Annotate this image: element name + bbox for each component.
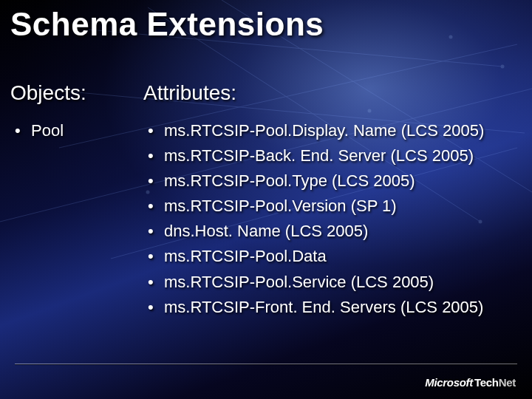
list-item: ms.RTCSIP-Pool.Version (SP 1) xyxy=(143,194,517,219)
attributes-heading: Attributes: xyxy=(143,81,517,105)
slide-title: Schema Extensions xyxy=(10,6,324,43)
technet-wordmark: TechNet xyxy=(474,376,516,389)
microsoft-wordmark: Microsoft xyxy=(425,376,473,389)
divider-line xyxy=(15,364,517,365)
microsoft-technet-logo: Microsoft TechNet xyxy=(425,376,516,389)
svg-point-7 xyxy=(501,65,505,69)
objects-heading: Objects: xyxy=(10,81,143,105)
attributes-list: ms.RTCSIP-Pool.Display. Name (LCS 2005) … xyxy=(143,118,517,320)
list-item: ms.RTCSIP-Front. End. Servers (LCS 2005) xyxy=(143,295,517,320)
objects-column: Objects: Pool xyxy=(10,81,143,320)
list-item: ms.RTCSIP-Back. End. Server (LCS 2005) xyxy=(143,143,517,168)
attributes-column: Attributes: ms.RTCSIP-Pool.Display. Name… xyxy=(143,81,517,320)
list-item: ms.RTCSIP-Pool.Data xyxy=(143,244,517,269)
slide: Schema Extensions Objects: Pool Attribut… xyxy=(0,0,532,399)
svg-point-12 xyxy=(449,35,453,39)
list-item: ms.RTCSIP-Pool.Service (LCS 2005) xyxy=(143,270,517,295)
list-item: Pool xyxy=(10,118,143,143)
slide-body: Objects: Pool Attributes: ms.RTCSIP-Pool… xyxy=(10,81,517,320)
objects-list: Pool xyxy=(10,118,143,143)
list-item: ms.RTCSIP-Pool.Display. Name (LCS 2005) xyxy=(143,118,517,143)
list-item: dns.Host. Name (LCS 2005) xyxy=(143,219,517,244)
list-item: ms.RTCSIP-Pool.Type (LCS 2005) xyxy=(143,168,517,194)
